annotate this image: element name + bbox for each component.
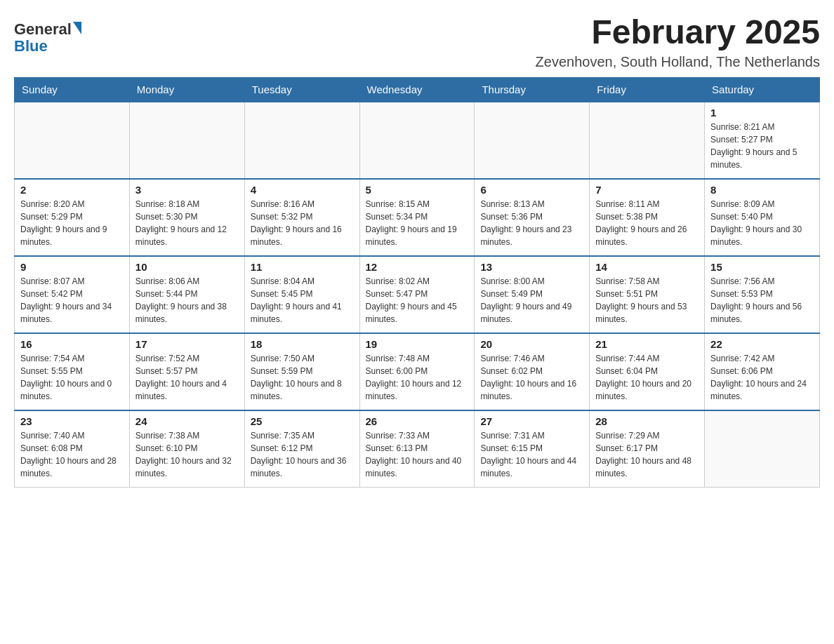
col-header-tuesday: Tuesday: [244, 77, 359, 102]
table-row: 5Sunrise: 8:15 AM Sunset: 5:34 PM Daylig…: [359, 179, 475, 256]
day-number: 20: [480, 338, 583, 350]
day-info: Sunrise: 7:44 AM Sunset: 6:04 PM Dayligh…: [595, 352, 699, 403]
col-header-monday: Monday: [129, 77, 244, 102]
day-number: 8: [710, 184, 814, 196]
col-header-friday: Friday: [590, 77, 705, 102]
table-row: 25Sunrise: 7:35 AM Sunset: 6:12 PM Dayli…: [244, 410, 359, 488]
day-info: Sunrise: 8:15 AM Sunset: 5:34 PM Dayligh…: [366, 198, 469, 248]
table-row: [244, 102, 359, 179]
day-number: 2: [20, 184, 124, 196]
day-info: Sunrise: 8:02 AM Sunset: 5:47 PM Dayligh…: [366, 275, 469, 326]
day-number: 7: [595, 184, 699, 196]
day-info: Sunrise: 8:07 AM Sunset: 5:42 PM Dayligh…: [20, 275, 124, 326]
col-header-wednesday: Wednesday: [359, 77, 475, 102]
day-info: Sunrise: 8:00 AM Sunset: 5:49 PM Dayligh…: [480, 275, 583, 326]
table-row: 9Sunrise: 8:07 AM Sunset: 5:42 PM Daylig…: [15, 256, 130, 333]
table-row: 23Sunrise: 7:40 AM Sunset: 6:08 PM Dayli…: [15, 410, 130, 488]
table-row: [705, 410, 820, 488]
table-row: 7Sunrise: 8:11 AM Sunset: 5:38 PM Daylig…: [590, 179, 705, 256]
table-row: 24Sunrise: 7:38 AM Sunset: 6:10 PM Dayli…: [129, 410, 244, 488]
table-row: 8Sunrise: 8:09 AM Sunset: 5:40 PM Daylig…: [705, 179, 820, 256]
table-row: 14Sunrise: 7:58 AM Sunset: 5:51 PM Dayli…: [590, 256, 705, 333]
day-number: 21: [595, 338, 699, 350]
day-number: 3: [135, 184, 239, 196]
table-row: 12Sunrise: 8:02 AM Sunset: 5:47 PM Dayli…: [359, 256, 475, 333]
day-info: Sunrise: 7:40 AM Sunset: 6:08 PM Dayligh…: [20, 429, 124, 480]
table-row: 3Sunrise: 8:18 AM Sunset: 5:30 PM Daylig…: [129, 179, 244, 256]
day-number: 18: [251, 338, 354, 350]
day-info: Sunrise: 7:46 AM Sunset: 6:02 PM Dayligh…: [480, 352, 583, 403]
table-row: 11Sunrise: 8:04 AM Sunset: 5:45 PM Dayli…: [244, 256, 359, 333]
day-number: 23: [20, 415, 124, 427]
calendar-week-row: 1Sunrise: 8:21 AM Sunset: 5:27 PM Daylig…: [15, 102, 820, 179]
day-number: 22: [710, 338, 814, 350]
day-number: 9: [20, 261, 124, 273]
day-info: Sunrise: 8:06 AM Sunset: 5:44 PM Dayligh…: [135, 275, 239, 326]
calendar-week-row: 9Sunrise: 8:07 AM Sunset: 5:42 PM Daylig…: [15, 256, 820, 333]
day-info: Sunrise: 7:58 AM Sunset: 5:51 PM Dayligh…: [595, 275, 699, 326]
table-row: 28Sunrise: 7:29 AM Sunset: 6:17 PM Dayli…: [590, 410, 705, 488]
day-number: 13: [480, 261, 583, 273]
calendar-week-row: 2Sunrise: 8:20 AM Sunset: 5:29 PM Daylig…: [15, 179, 820, 256]
logo-text-general: General: [14, 21, 72, 38]
month-title: February 2025: [536, 14, 820, 51]
table-row: [475, 102, 590, 179]
table-row: 22Sunrise: 7:42 AM Sunset: 6:06 PM Dayli…: [705, 333, 820, 410]
table-row: 4Sunrise: 8:16 AM Sunset: 5:32 PM Daylig…: [244, 179, 359, 256]
day-info: Sunrise: 8:09 AM Sunset: 5:40 PM Dayligh…: [710, 198, 814, 248]
col-header-saturday: Saturday: [705, 77, 820, 102]
day-info: Sunrise: 7:52 AM Sunset: 5:57 PM Dayligh…: [135, 352, 239, 403]
day-info: Sunrise: 8:21 AM Sunset: 5:27 PM Dayligh…: [710, 121, 814, 171]
day-info: Sunrise: 7:33 AM Sunset: 6:13 PM Dayligh…: [366, 429, 469, 480]
day-number: 10: [135, 261, 239, 273]
table-row: 10Sunrise: 8:06 AM Sunset: 5:44 PM Dayli…: [129, 256, 244, 333]
table-row: 26Sunrise: 7:33 AM Sunset: 6:13 PM Dayli…: [359, 410, 475, 488]
table-row: 18Sunrise: 7:50 AM Sunset: 5:59 PM Dayli…: [244, 333, 359, 410]
day-number: 15: [710, 261, 814, 273]
table-row: 27Sunrise: 7:31 AM Sunset: 6:15 PM Dayli…: [475, 410, 590, 488]
table-row: 16Sunrise: 7:54 AM Sunset: 5:55 PM Dayli…: [15, 333, 130, 410]
calendar-header-row: Sunday Monday Tuesday Wednesday Thursday…: [15, 77, 820, 102]
day-info: Sunrise: 8:16 AM Sunset: 5:32 PM Dayligh…: [251, 198, 354, 248]
table-row: 13Sunrise: 8:00 AM Sunset: 5:49 PM Dayli…: [475, 256, 590, 333]
day-info: Sunrise: 8:04 AM Sunset: 5:45 PM Dayligh…: [251, 275, 354, 326]
day-info: Sunrise: 7:50 AM Sunset: 5:59 PM Dayligh…: [251, 352, 354, 403]
day-number: 4: [251, 184, 354, 196]
table-row: [590, 102, 705, 179]
table-row: 2Sunrise: 8:20 AM Sunset: 5:29 PM Daylig…: [15, 179, 130, 256]
calendar-table: Sunday Monday Tuesday Wednesday Thursday…: [14, 77, 820, 488]
day-info: Sunrise: 7:35 AM Sunset: 6:12 PM Dayligh…: [251, 429, 354, 480]
calendar-week-row: 23Sunrise: 7:40 AM Sunset: 6:08 PM Dayli…: [15, 410, 820, 488]
day-info: Sunrise: 8:11 AM Sunset: 5:38 PM Dayligh…: [595, 198, 699, 248]
day-number: 6: [480, 184, 583, 196]
calendar-week-row: 16Sunrise: 7:54 AM Sunset: 5:55 PM Dayli…: [15, 333, 820, 410]
logo: General Blue: [14, 21, 81, 55]
table-row: 20Sunrise: 7:46 AM Sunset: 6:02 PM Dayli…: [475, 333, 590, 410]
page-header: General Blue February 2025 Zevenhoven, S…: [14, 14, 820, 70]
day-info: Sunrise: 7:56 AM Sunset: 5:53 PM Dayligh…: [710, 275, 814, 326]
day-number: 5: [366, 184, 469, 196]
table-row: 21Sunrise: 7:44 AM Sunset: 6:04 PM Dayli…: [590, 333, 705, 410]
table-row: [359, 102, 475, 179]
day-number: 14: [595, 261, 699, 273]
day-info: Sunrise: 7:29 AM Sunset: 6:17 PM Dayligh…: [595, 429, 699, 480]
table-row: 6Sunrise: 8:13 AM Sunset: 5:36 PM Daylig…: [475, 179, 590, 256]
table-row: 15Sunrise: 7:56 AM Sunset: 5:53 PM Dayli…: [705, 256, 820, 333]
title-area: February 2025 Zevenhoven, South Holland,…: [536, 14, 820, 70]
logo-text-blue: Blue: [14, 37, 48, 55]
day-info: Sunrise: 8:13 AM Sunset: 5:36 PM Dayligh…: [480, 198, 583, 248]
location-title: Zevenhoven, South Holland, The Netherlan…: [536, 54, 820, 70]
col-header-thursday: Thursday: [475, 77, 590, 102]
logo-triangle-icon: [73, 22, 81, 34]
day-info: Sunrise: 7:48 AM Sunset: 6:00 PM Dayligh…: [366, 352, 469, 403]
day-info: Sunrise: 7:38 AM Sunset: 6:10 PM Dayligh…: [135, 429, 239, 480]
day-number: 17: [135, 338, 239, 350]
day-info: Sunrise: 8:18 AM Sunset: 5:30 PM Dayligh…: [135, 198, 239, 248]
day-number: 16: [20, 338, 124, 350]
table-row: 19Sunrise: 7:48 AM Sunset: 6:00 PM Dayli…: [359, 333, 475, 410]
col-header-sunday: Sunday: [15, 77, 130, 102]
day-number: 27: [480, 415, 583, 427]
table-row: 1Sunrise: 8:21 AM Sunset: 5:27 PM Daylig…: [705, 102, 820, 179]
day-number: 11: [251, 261, 354, 273]
table-row: 17Sunrise: 7:52 AM Sunset: 5:57 PM Dayli…: [129, 333, 244, 410]
